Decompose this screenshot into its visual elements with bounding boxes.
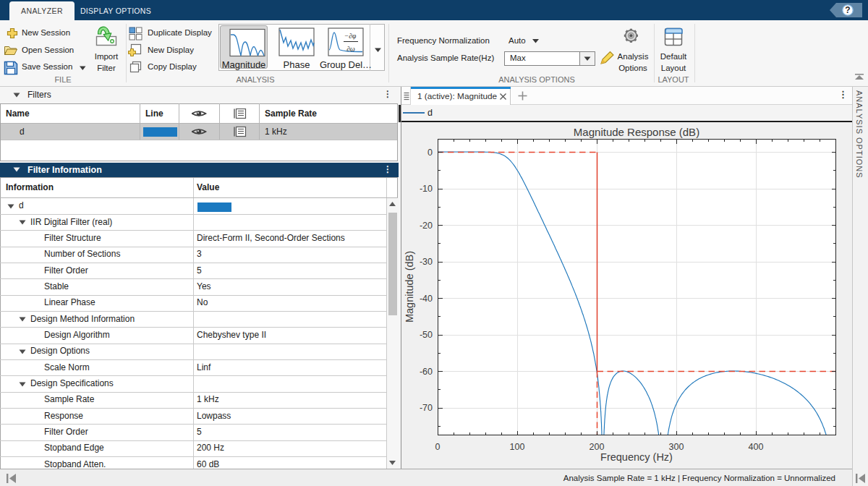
svg-text:-10: -10 bbox=[420, 184, 433, 194]
svg-text:-20: -20 bbox=[420, 221, 433, 231]
svg-text:100: 100 bbox=[510, 442, 525, 452]
svg-text:Magnitude (dB): Magnitude (dB) bbox=[404, 251, 415, 323]
svg-text:0: 0 bbox=[435, 442, 441, 452]
svg-text:?: ? bbox=[845, 5, 850, 15]
svg-text:−∂φ: −∂φ bbox=[344, 33, 356, 40]
svg-text:Frequency (Hz): Frequency (Hz) bbox=[600, 451, 673, 463]
svg-text:300: 300 bbox=[669, 442, 684, 452]
svg-text:-70: -70 bbox=[420, 403, 433, 413]
svg-text:-60: -60 bbox=[420, 367, 433, 377]
svg-text:-50: -50 bbox=[420, 330, 433, 340]
svg-text:-40: -40 bbox=[420, 294, 433, 304]
svg-text:400: 400 bbox=[749, 442, 764, 452]
svg-text:-30: -30 bbox=[420, 257, 433, 267]
svg-text:Magnitude Response (dB): Magnitude Response (dB) bbox=[574, 126, 699, 138]
svg-text:200: 200 bbox=[590, 442, 605, 452]
svg-text:0: 0 bbox=[427, 148, 433, 158]
svg-text:∂ω: ∂ω bbox=[346, 46, 355, 53]
